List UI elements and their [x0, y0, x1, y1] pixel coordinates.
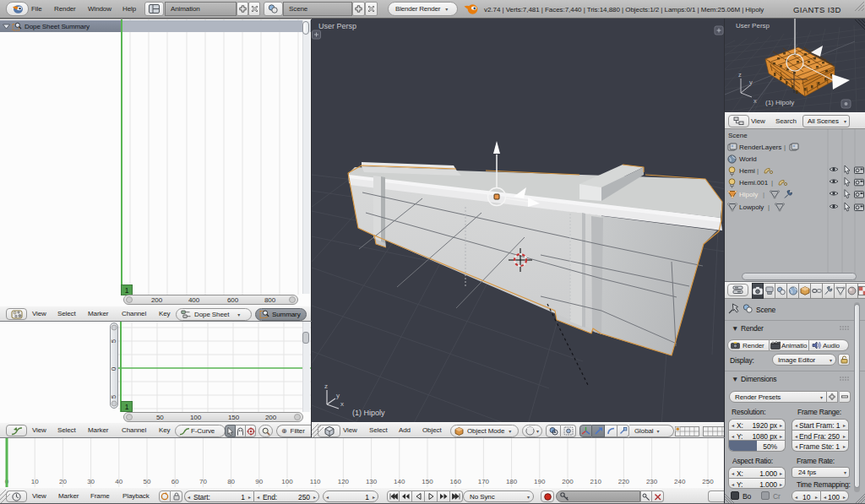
svg-text:200: 200: [562, 478, 574, 485]
svg-text:(1) Hipoly: (1) Hipoly: [352, 409, 385, 417]
svg-text:110: 110: [310, 478, 321, 485]
svg-text:70: 70: [199, 478, 207, 485]
svg-text:x: x: [753, 97, 757, 105]
svg-text:User Persp: User Persp: [318, 22, 356, 30]
svg-text:User Persp: User Persp: [736, 22, 770, 30]
svg-text:170: 170: [478, 478, 490, 485]
svg-text:30: 30: [87, 478, 95, 485]
svg-text:0: 0: [110, 366, 117, 371]
svg-text:(1) Hipoly: (1) Hipoly: [765, 99, 794, 106]
svg-text:40: 40: [115, 478, 122, 485]
svg-text:230: 230: [646, 478, 658, 485]
svg-text:130: 130: [366, 478, 378, 485]
svg-text:z: z: [738, 71, 742, 79]
svg-text:160: 160: [450, 478, 462, 485]
svg-text:210: 210: [590, 478, 602, 485]
svg-text:180: 180: [506, 478, 518, 485]
svg-text:140: 140: [394, 478, 405, 485]
svg-text:10: 10: [31, 478, 39, 485]
svg-text:100: 100: [281, 478, 293, 485]
svg-text:90: 90: [255, 478, 263, 485]
svg-text:x: x: [340, 400, 344, 408]
svg-text:190: 190: [534, 478, 546, 485]
svg-text:y: y: [336, 392, 340, 399]
svg-text:y: y: [749, 79, 753, 86]
svg-text:150: 150: [422, 478, 433, 485]
svg-text:120: 120: [338, 478, 350, 485]
svg-text:220: 220: [618, 478, 630, 485]
svg-text:20: 20: [59, 478, 67, 485]
svg-text:60: 60: [171, 478, 179, 485]
svg-text:50: 50: [144, 478, 151, 485]
svg-text:z: z: [324, 382, 328, 390]
svg-text:80: 80: [227, 478, 235, 485]
svg-text:5: 5: [110, 394, 117, 398]
svg-text:5: 5: [110, 339, 117, 343]
svg-text:250: 250: [702, 478, 714, 485]
svg-text:240: 240: [674, 478, 686, 485]
